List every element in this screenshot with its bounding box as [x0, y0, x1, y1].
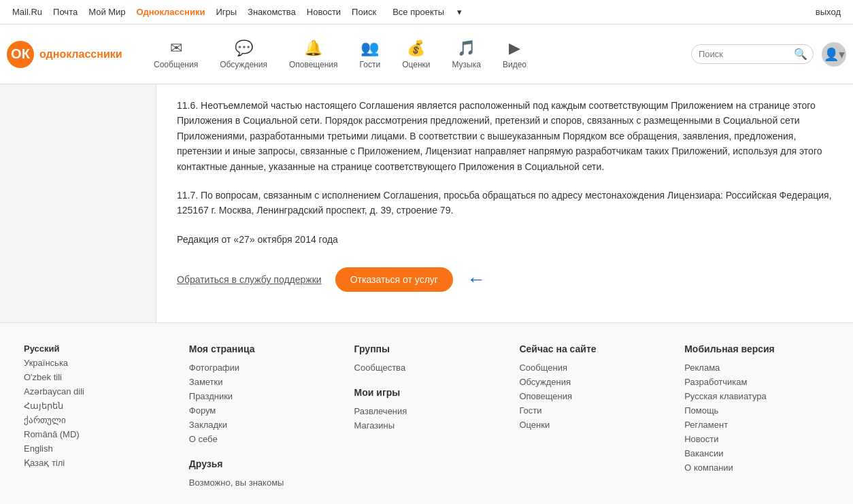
top-navigation: Mail.Ru Почта Мой Мир Одноклассники Игры… — [0, 0, 853, 24]
edition-text: Редакция от «27» октября 2014 года — [177, 232, 833, 247]
nav-messages[interactable]: ✉ Сообщения — [143, 33, 209, 76]
topnav-odnoklassniki[interactable]: Одноклассники — [131, 7, 211, 17]
footer-friends-title: Друзья — [189, 458, 334, 469]
page-body: 11.6. Неотъемлемой частью настоящего Сог… — [0, 84, 853, 322]
footer-mobile-title: Мобильная версия — [684, 343, 829, 354]
nav-ratings-label: Оценки — [402, 60, 430, 69]
lang-english[interactable]: English — [24, 443, 53, 454]
footer-about-company[interactable]: О компании — [684, 463, 733, 473]
footer-nowonsite: Сейчас на сайте Сообщения Обсуждения Опо… — [509, 343, 674, 492]
nav-music-label: Музыка — [452, 60, 480, 69]
lang-georgian[interactable]: ქართული — [24, 415, 66, 425]
footer-now-messages[interactable]: Сообщения — [519, 363, 567, 373]
refuse-button[interactable]: Отказаться от услуг — [335, 267, 453, 292]
footer-shops[interactable]: Магазины — [354, 420, 395, 431]
footer-maybe-familiar[interactable]: Возможно, вы знакомы — [189, 477, 284, 488]
logo-text: одноклассники — [39, 48, 122, 61]
topnav-novosti[interactable]: Новости — [301, 7, 346, 17]
sidebar — [0, 84, 156, 322]
topnav-znakomstva[interactable]: Знакомства — [242, 7, 301, 17]
nav-discussions[interactable]: 💬 Обсуждения — [209, 33, 278, 76]
support-link[interactable]: Обратиться в службу поддержки — [177, 274, 322, 285]
nav-guests-label: Гости — [360, 60, 381, 69]
topnav-pochta[interactable]: Почта — [48, 7, 83, 17]
footer-entertainment[interactable]: Развлечения — [354, 406, 407, 416]
user-dropdown-icon: ▾ — [839, 47, 845, 62]
nav-notifications[interactable]: 🔔 Оповещения — [278, 33, 349, 76]
lang-russian[interactable]: Русский — [24, 343, 60, 354]
guests-icon: 👥 — [361, 39, 379, 57]
lang-kazakh[interactable]: Қазақ тілі — [24, 458, 65, 468]
lang-uzbek[interactable]: O'zbek tili — [24, 372, 62, 382]
footer-ads[interactable]: Реклама — [684, 363, 720, 373]
footer-mypage-title: Моя страница — [189, 343, 334, 354]
footer-groups-title: Группы — [354, 343, 499, 354]
footer-forum[interactable]: Форум — [189, 405, 216, 416]
lang-armenian[interactable]: Հայերեն — [24, 401, 63, 411]
topnav-poisk[interactable]: Поиск — [346, 7, 382, 17]
footer-holidays[interactable]: Праздники — [189, 391, 233, 401]
footer-regulations[interactable]: Регламент — [684, 420, 728, 430]
lang-ukrainian[interactable]: Українська — [24, 358, 68, 368]
nav-video-label: Видео — [503, 60, 526, 69]
footer-vacancies[interactable]: Вакансии — [684, 448, 723, 458]
logout-button[interactable]: выход — [810, 7, 846, 17]
logo[interactable]: ОК одноклассники — [7, 41, 143, 68]
action-row: Обратиться в службу поддержки Отказаться… — [177, 267, 833, 292]
search-input[interactable] — [699, 49, 794, 59]
footer-groups: Группы Сообщества Мои игры Развлечения М… — [344, 343, 509, 492]
nav-video[interactable]: ▶ Видео — [492, 33, 537, 76]
search-button[interactable]: 🔍 — [794, 48, 807, 61]
user-avatar[interactable]: 👤 ▾ — [822, 42, 846, 67]
paragraph-11-7: 11.7. По вопросам, связанным с исполнени… — [177, 188, 833, 218]
footer-mygames-title: Мои игры — [354, 387, 499, 398]
main-nav-icons: ✉ Сообщения 💬 Обсуждения 🔔 Оповещения 👥 … — [143, 33, 684, 76]
topnav-moimir[interactable]: Мой Мир — [83, 7, 131, 17]
lang-romanian[interactable]: Română (MD) — [24, 429, 80, 439]
footer-notes[interactable]: Заметки — [189, 377, 223, 387]
footer-developers[interactable]: Разработчикам — [684, 377, 747, 387]
main-content: 11.6. Неотъемлемой частью настоящего Сог… — [156, 84, 853, 322]
nav-messages-label: Сообщения — [154, 60, 198, 69]
nav-notifications-label: Оповещения — [289, 60, 338, 69]
video-icon: ▶ — [509, 39, 520, 57]
discussions-icon: 💬 — [235, 39, 253, 57]
footer-mypage: Моя страница Фотографии Заметки Праздник… — [179, 343, 344, 492]
nav-music[interactable]: 🎵 Музыка — [441, 33, 491, 76]
footer-communities[interactable]: Сообщества — [354, 363, 406, 373]
paragraph-11-6: 11.6. Неотъемлемой частью настоящего Сог… — [177, 98, 833, 174]
content-text: 11.6. Неотъемлемой частью настоящего Сог… — [177, 98, 833, 247]
nav-discussions-label: Обсуждения — [220, 60, 267, 69]
messages-icon: ✉ — [170, 39, 182, 57]
footer-now-guests[interactable]: Гости — [519, 405, 541, 416]
search-box: 🔍 — [691, 44, 814, 64]
main-header: ОК одноклассники ✉ Сообщения 💬 Обсуждени… — [0, 24, 853, 84]
user-icon: 👤 — [824, 47, 839, 62]
notifications-icon: 🔔 — [304, 39, 322, 57]
footer-russian-keyboard[interactable]: Русская клавиатура — [684, 391, 767, 401]
footer-nowonsite-title: Сейчас на сайте — [519, 343, 664, 354]
footer-bookmarks[interactable]: Закладки — [189, 420, 227, 430]
footer-languages: Русский Українська O'zbek tili Azərbayca… — [14, 343, 179, 492]
topnav-allprojects[interactable]: Все проекты ▾ — [382, 7, 473, 17]
footer: Русский Українська O'zbek tili Azərbayca… — [0, 322, 853, 504]
topnav-mailru[interactable]: Mail.Ru — [7, 7, 48, 17]
footer-now-ratings[interactable]: Оценки — [519, 420, 550, 430]
nav-guests[interactable]: 👥 Гости — [349, 33, 392, 76]
logo-icon: ОК — [7, 41, 34, 68]
search-area: 🔍 — [691, 44, 814, 64]
music-icon: 🎵 — [457, 39, 475, 57]
footer-now-discussions[interactable]: Обсуждения — [519, 377, 571, 387]
topnav-igry[interactable]: Игры — [210, 7, 242, 17]
footer-now-notifications[interactable]: Оповещения — [519, 391, 572, 401]
ratings-icon: 💰 — [407, 39, 425, 57]
footer-company: Мобильная версия Реклама Разработчикам Р… — [674, 343, 839, 492]
footer-photos[interactable]: Фотографии — [189, 363, 239, 373]
footer-about[interactable]: О себе — [189, 434, 218, 444]
footer-news[interactable]: Новости — [684, 434, 718, 444]
arrow-left-icon: ← — [467, 269, 486, 290]
chevron-down-icon: ▾ — [452, 7, 467, 17]
lang-azerbaijani[interactable]: Azərbaycan dili — [24, 386, 84, 397]
footer-help[interactable]: Помощь — [684, 405, 718, 416]
nav-ratings[interactable]: 💰 Оценки — [391, 33, 441, 76]
